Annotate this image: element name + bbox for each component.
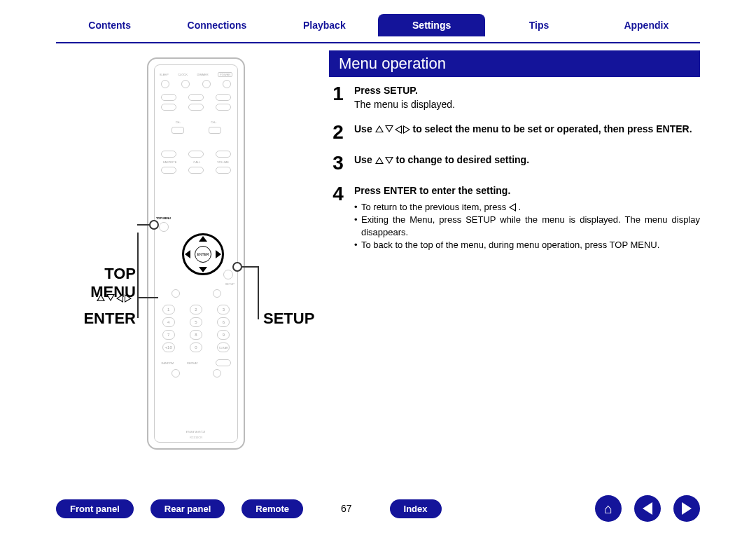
step-sub: The menu is displayed. (354, 98, 700, 112)
remote-topmenu-button (159, 222, 169, 232)
step-3: 3 Use to change to desired setting. (329, 153, 700, 173)
tab-contents[interactable]: Contents (56, 15, 163, 35)
remote-outline: SLEEPCLOCKDIMMERPOWER CH-CH+ FAVORITECAL… (147, 57, 245, 450)
callout-arrows-line (137, 297, 158, 298)
step-title: Press ENTER to enter the setting. (354, 184, 700, 198)
home-icon: ⌂ (604, 501, 612, 517)
callout-left-vertical (137, 233, 139, 318)
step-title: Use to change to desired setting. (354, 153, 700, 167)
instructions-column: Menu operation 1 Press SETUP. The menu i… (322, 50, 700, 492)
link-front-panel[interactable]: Front panel (56, 499, 134, 518)
remote-model: RC010CR (155, 436, 237, 439)
step-num: 2 (329, 123, 347, 142)
step-num: 1 (329, 84, 347, 104)
step-num: 4 (329, 184, 347, 204)
step-num: 3 (329, 153, 347, 173)
dpad: ENTER (179, 230, 227, 278)
link-index[interactable]: Index (390, 499, 442, 518)
bottom-bar: Front panel Rear panel Remote 67 Index ⌂ (0, 495, 756, 522)
callout-setup-vertical (258, 266, 259, 319)
dpad-enter: ENTER (195, 246, 211, 263)
callout-topmenu-dot (149, 220, 159, 230)
callout-topmenu-line (137, 224, 150, 226)
next-page-button[interactable] (673, 495, 700, 522)
remote-setup-button (223, 270, 233, 279)
page-number: 67 (320, 503, 373, 514)
tab-settings[interactable]: Settings (378, 14, 485, 36)
tab-appendix[interactable]: Appendix (593, 15, 700, 35)
step-title: Use to select the menu to be set or oper… (354, 123, 700, 137)
arrow-left-icon (643, 502, 652, 515)
top-nav: Contents Connections Playback Settings T… (0, 0, 756, 42)
link-rear-panel[interactable]: Rear panel (150, 499, 225, 518)
label-arrows (97, 291, 132, 305)
tab-playback[interactable]: Playback (271, 15, 378, 35)
tab-tips[interactable]: Tips (485, 15, 592, 35)
callout-setup-dot (232, 262, 242, 272)
remote-illustration: SLEEPCLOCKDIMMERPOWER CH-CH+ FAVORITECAL… (56, 50, 308, 492)
step-2: 2 Use to select the menu to be set or op… (329, 123, 700, 142)
callout-setup-line (242, 266, 258, 268)
remote-setup-label: SETUP (225, 282, 234, 286)
content-area: SLEEPCLOCKDIMMERPOWER CH-CH+ FAVORITECAL… (0, 43, 756, 492)
step-bullets: To return to the previous item, press . … (354, 201, 700, 252)
home-button[interactable]: ⌂ (595, 495, 622, 522)
label-setup: SETUP (263, 310, 314, 328)
step-title: Press SETUP. (354, 84, 700, 98)
link-remote[interactable]: Remote (241, 499, 303, 518)
tab-connections[interactable]: Connections (163, 15, 270, 35)
step-1: 1 Press SETUP. The menu is displayed. (329, 84, 700, 111)
arrow-right-icon (682, 502, 692, 515)
arrow-left-icon (509, 203, 516, 212)
arrows-udlr-icon (375, 125, 410, 134)
remote-brand: marantz (155, 429, 237, 434)
remote-topmenu-label: TOP MENU (156, 216, 171, 220)
label-enter: ENTER (73, 310, 136, 328)
section-header: Menu operation (329, 50, 700, 77)
step-4: 4 Press ENTER to enter the setting. To r… (329, 184, 700, 251)
prev-page-button[interactable] (634, 495, 661, 522)
arrows-ud-icon (375, 157, 393, 164)
